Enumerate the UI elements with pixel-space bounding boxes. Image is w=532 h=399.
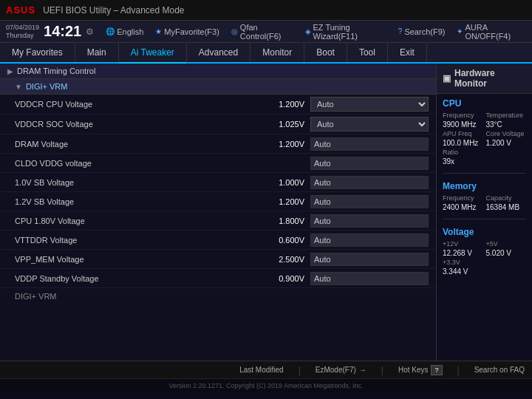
qfan-item[interactable]: ◎ Qfan Control(F6) (231, 23, 293, 41)
digi-vrm-header[interactable]: ▼ DIGI+ VRM (0, 79, 436, 95)
hotkeys-key: ? (431, 365, 442, 375)
memory-divider (443, 219, 526, 219)
ezmode-item[interactable]: EzMode(F7) → (316, 366, 366, 374)
memory-section-title: Memory (437, 177, 532, 193)
cpu-divider (443, 173, 526, 174)
plus12v-value: 12.268 V (443, 249, 483, 257)
language-item[interactable]: 🌐 English (106, 27, 143, 36)
dram-voltage-value: 1.200V (270, 140, 310, 149)
1v2-sb-label: 1.2V SB Voltage (15, 197, 270, 206)
apu-freq-label: APU Freq (443, 130, 483, 137)
separator2: | (381, 365, 383, 375)
cpu-180v-control[interactable] (310, 214, 429, 228)
search-icon: ? (398, 27, 403, 35)
arrow-down-icon: ▼ (15, 83, 22, 91)
digi-vrm-label: DIGI+ VRM (26, 82, 68, 91)
tab-boot[interactable]: Boot (304, 43, 347, 62)
tab-my-favorites[interactable]: My Favorites (0, 43, 75, 62)
date-small: 07/04/2019Thursday (6, 24, 39, 40)
left-panel: ▶ DRAM Timing Control ▼ DIGI+ VRM VDDCR … (0, 64, 436, 361)
1v0-sb-control[interactable] (310, 176, 429, 189)
1v0-sb-value: 1.000V (270, 178, 310, 187)
vttddr-input[interactable] (310, 233, 429, 247)
mem-freq-label: Frequency (443, 194, 483, 202)
core-voltage-label: Core Voltage (486, 130, 527, 137)
hotkeys-item[interactable]: Hot Keys ? (398, 365, 443, 375)
vddcr-cpu-select[interactable]: Auto (310, 97, 429, 112)
cpu-180v-input[interactable] (310, 214, 429, 228)
last-modified: Last Modified (239, 366, 283, 374)
dram-voltage-control[interactable] (310, 137, 429, 151)
vddcr-soc-value: 1.025V (270, 120, 310, 129)
vddcr-soc-label: VDDCR SOC Voltage (15, 120, 270, 129)
vddp-standby-control[interactable] (310, 272, 429, 285)
cpu-180v-row: CPU 1.80V Voltage 1.800V (0, 211, 436, 231)
cldo-vddg-input[interactable] (310, 157, 429, 170)
hardware-monitor-panel: ▣ Hardware Monitor CPU Frequency Tempera… (436, 64, 532, 361)
tab-ai-tweaker[interactable]: Ai Tweaker (119, 43, 187, 64)
vddcr-soc-select[interactable]: Auto (310, 117, 429, 132)
digi-vrm-bottom-label: DIGI+ VRM (0, 288, 436, 304)
footer-bar: Last Modified | EzMode(F7) → | Hot Keys … (0, 361, 532, 378)
arrow-right-icon: ▶ (7, 67, 13, 75)
plus33v-value: 3.344 V (443, 267, 483, 276)
mem-cap-label: Capacity (486, 194, 527, 202)
mem-freq-value: 2400 MHz (443, 203, 483, 211)
aura-icon: ✦ (457, 27, 463, 35)
search-item[interactable]: ? Search(F9) (398, 27, 446, 36)
ez-icon: ◈ (305, 27, 311, 35)
cldo-vddg-control[interactable] (310, 157, 429, 170)
cpu-section-title: CPU (437, 94, 532, 110)
vddcr-cpu-control[interactable]: Auto (310, 97, 429, 112)
search-faq-label[interactable]: Search on FAQ (474, 366, 525, 374)
eztuning-label: EZ Tuning Wizard(F11) (313, 23, 386, 41)
tab-tool[interactable]: Tool (347, 43, 388, 62)
aura-item[interactable]: ✦ AURA ON/OFF(F4) (457, 23, 526, 41)
tab-exit[interactable]: Exit (388, 43, 427, 62)
plus5v-value: 5.020 V (486, 249, 527, 257)
separator3: | (457, 365, 460, 375)
eztuning-item[interactable]: ◈ EZ Tuning Wizard(F11) (305, 23, 386, 41)
hotkeys-label: Hot Keys (398, 366, 429, 374)
settings-icon[interactable]: ⚙ (86, 27, 94, 37)
mem-cap-value: 16384 MB (486, 203, 527, 211)
cpu-grid: Frequency Temperature 3900 MHz 33°C APU … (437, 110, 532, 170)
vddcr-soc-control[interactable]: Auto (310, 117, 429, 132)
1v2-sb-value: 1.200V (270, 197, 310, 206)
vpp-mem-input[interactable] (310, 253, 429, 266)
cpu-temp-value: 33°C (486, 120, 527, 129)
language-label: English (117, 27, 143, 36)
vpp-mem-row: VPP_MEM Voltage 2.500V (0, 250, 436, 269)
vpp-mem-control[interactable] (310, 253, 429, 266)
1v0-sb-label: 1.0V SB Voltage (15, 178, 270, 187)
vddp-standby-value: 0.900V (270, 274, 310, 283)
tab-main[interactable]: Main (75, 43, 119, 62)
vddp-standby-input[interactable] (310, 272, 429, 285)
vttddr-value: 0.600V (270, 236, 310, 245)
tab-monitor[interactable]: Monitor (250, 43, 304, 62)
1v0-sb-input[interactable] (310, 176, 429, 189)
digi-vrm-bottom-text: DIGI+ VRM (15, 292, 57, 301)
aura-label: AURA ON/OFF(F4) (465, 23, 526, 41)
vddp-standby-row: VDDP Standby Voltage 0.900V (0, 269, 436, 288)
voltage-section-title: Voltage (437, 222, 532, 239)
tab-advanced[interactable]: Advanced (187, 43, 250, 62)
language-icon: 🌐 (106, 27, 115, 35)
search-label: Search(F9) (404, 27, 445, 36)
1v2-sb-input[interactable] (310, 195, 429, 208)
voltage-grid: +12V +5V 12.268 V 5.020 V +3.3V 3.344 V (437, 239, 532, 280)
myfavorites-item[interactable]: ★ MyFavorite(F3) (155, 27, 219, 36)
cpu-freq-label: Frequency (443, 112, 483, 119)
1v2-sb-control[interactable] (310, 195, 429, 208)
cldo-vddg-row: CLDO VDDG voltage (0, 154, 436, 173)
dram-timing-label: DRAM Timing Control (17, 66, 95, 75)
ratio-value: 39x (443, 157, 483, 166)
cpu-180v-value: 1.800V (270, 216, 310, 225)
topbar: ASUS UEFI BIOS Utility – Advanced Mode (0, 0, 532, 21)
dram-voltage-input[interactable] (310, 137, 429, 151)
core-voltage-value: 1.200 V (486, 139, 527, 147)
vttddr-control[interactable] (310, 233, 429, 247)
dram-timing-header[interactable]: ▶ DRAM Timing Control (0, 64, 436, 79)
vddcr-cpu-value: 1.200V (270, 100, 310, 109)
1v2-sb-row: 1.2V SB Voltage 1.200V (0, 192, 436, 211)
